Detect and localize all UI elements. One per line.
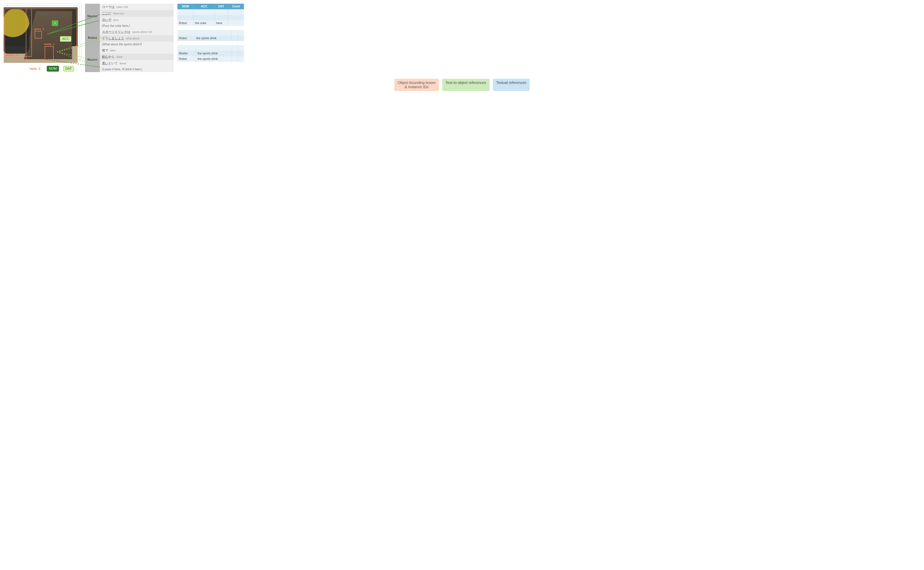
ref-cell-nom: Robot bbox=[177, 35, 194, 41]
image-stack: person_0 glass_3 bottle_1 = ACC bbox=[4, 4, 81, 65]
jp-text: 飲むから bbox=[102, 55, 115, 59]
dialogue-turn: Masterコーラはcoke-TOPここにhere-DAT注いでpour(Pou… bbox=[85, 4, 174, 29]
dialogue-turn: Robotスポーツドリンクはsports drink-TOPどうしましょうwha… bbox=[85, 29, 174, 47]
turn-lines: コーラはcoke-TOPここにhere-DAT注いでpour(Pour the … bbox=[100, 4, 174, 29]
ref-row: Robotthe cokehere bbox=[177, 20, 244, 26]
gloss-text: leave bbox=[119, 62, 126, 65]
dialogue-line: どうしましょうwhat about bbox=[100, 35, 174, 41]
jp-text: どうしましょう bbox=[102, 36, 124, 40]
ref-cell-coref bbox=[238, 45, 244, 51]
translation: (What about the sports drink?) bbox=[100, 41, 174, 47]
bbox-glass-label: glass_3 bbox=[34, 28, 44, 31]
dialogue-line: 注いでpour bbox=[100, 17, 174, 23]
scene-image: person_0 glass_3 bottle_1 = ACC bbox=[4, 8, 78, 63]
jp-text: 置いといて bbox=[102, 61, 118, 66]
tag-nom: NOM bbox=[47, 66, 59, 72]
caption-t2o: Text-to-object references bbox=[442, 79, 490, 91]
bbox-bottle-label: bottle_1 bbox=[44, 43, 55, 46]
tag-dat: DAT bbox=[63, 66, 74, 72]
ref-cell-coref bbox=[238, 56, 244, 62]
ref-cell-dat bbox=[231, 30, 238, 35]
speaker-label: Master bbox=[85, 47, 100, 72]
jp-text: スポーツドリンクは bbox=[102, 30, 130, 34]
speaker-label: Robot bbox=[85, 29, 100, 47]
gloss-text: coke-TOP bbox=[116, 5, 128, 9]
tag-acc: ACC bbox=[60, 36, 71, 42]
gloss-text: here-DAT bbox=[113, 12, 124, 15]
caption-bbox: Object bounding boxes & instance IDs bbox=[395, 79, 439, 91]
dialogue-line: コーラはcoke-TOP bbox=[100, 4, 174, 10]
ref-cell-dat bbox=[232, 45, 238, 51]
speaker-label: Master bbox=[85, 4, 100, 29]
jp-text: ここに bbox=[102, 11, 112, 15]
caption-row: Object bounding boxes & instance IDs Tex… bbox=[4, 79, 920, 91]
ref-row: Robotthe sports drink bbox=[177, 56, 244, 62]
turn-lines: 後でlater飲むからdrink置いといてleave(Leave it here… bbox=[100, 47, 174, 72]
tables-column: NOMACCDATCoref Robotthe cokehere Robotth… bbox=[177, 4, 244, 62]
ref-cell-dat bbox=[231, 35, 238, 41]
ref-cell-nom: Master bbox=[177, 51, 196, 56]
dialogue-line: ここにhere-DAT bbox=[100, 10, 174, 17]
ref-cell-coref bbox=[228, 9, 244, 15]
ref-row: Masterthe sports drink bbox=[177, 51, 244, 56]
dialogue-line: 飲むからdrink bbox=[100, 54, 174, 60]
translation: (Leave it here, I'll drink it later.) bbox=[100, 67, 174, 72]
caption-bbox-l2: & instance IDs bbox=[398, 85, 436, 89]
ref-table: Robotthe sports drink bbox=[177, 30, 244, 41]
ref-cell-dat bbox=[215, 9, 228, 15]
ref-cell-acc bbox=[196, 45, 232, 51]
ref-cell-acc: the sports drink bbox=[194, 35, 231, 41]
jp-text: 注いで bbox=[102, 18, 112, 22]
ref-cell-acc bbox=[193, 15, 214, 20]
ref-cell-acc bbox=[193, 9, 214, 15]
ref-cell-coref bbox=[228, 15, 244, 20]
dialogue-line: スポーツドリンクはsports drink-TOP bbox=[100, 29, 174, 35]
ref-row bbox=[177, 30, 244, 35]
ref-header-dat: DAT bbox=[215, 4, 228, 9]
ref-cell-coref bbox=[228, 20, 244, 26]
jp-text: コーラは bbox=[102, 5, 115, 9]
ref-table: NOMACCDATCoref Robotthe cokehere bbox=[177, 4, 244, 26]
ref-cell-coref bbox=[238, 30, 244, 35]
dialogue-turn: Master後でlater飲むからdrink置いといてleave(Leave i… bbox=[85, 47, 174, 72]
ref-cell-dat bbox=[215, 15, 228, 20]
gloss-text: what about bbox=[126, 37, 139, 40]
jp-text: 後で bbox=[102, 48, 108, 52]
dialogue-line: 置いといてleave bbox=[100, 60, 174, 67]
ref-header-nom: NOM bbox=[177, 4, 193, 9]
gloss-text: sports drink-TOP bbox=[132, 30, 152, 34]
ref-cell-dat bbox=[232, 51, 238, 56]
figure-root: person_0 glass_3 bottle_1 = ACC table_2 … bbox=[4, 4, 920, 72]
tag-eq: = bbox=[52, 20, 58, 26]
ref-cell-coref bbox=[238, 35, 244, 41]
ref-row: Robotthe sports drink bbox=[177, 35, 244, 41]
ref-cell-nom bbox=[177, 45, 196, 51]
ref-cell-nom bbox=[177, 9, 193, 15]
ref-row bbox=[177, 45, 244, 51]
ref-cell-acc: the sports drink bbox=[196, 51, 232, 56]
ref-cell-nom bbox=[177, 30, 194, 35]
dialogue-column: Masterコーラはcoke-TOPここにhere-DAT注いでpour(Pou… bbox=[85, 4, 174, 72]
caption-textref: Textual references bbox=[493, 79, 529, 91]
ref-cell-dat bbox=[232, 56, 238, 62]
bbox-person-label: person_0 bbox=[6, 54, 18, 57]
ref-cell-nom: Robot bbox=[177, 56, 196, 62]
gloss-text: later bbox=[110, 49, 115, 52]
bbox-glass: glass_3 bbox=[35, 31, 42, 38]
bbox-bottle: bottle_1 bbox=[45, 46, 54, 61]
ref-header-acc: ACC bbox=[193, 4, 214, 9]
ref-table: Masterthe sports drink Robotthe sports d… bbox=[177, 45, 244, 62]
caption-bbox-l1: Object bounding boxes bbox=[398, 81, 436, 85]
gloss-text: pour bbox=[113, 18, 119, 21]
turn-lines: スポーツドリンクはsports drink-TOPどうしましょうwhat abo… bbox=[100, 29, 174, 47]
ref-cell-acc: the sports drink bbox=[196, 56, 232, 62]
translation: (Pour the coke here.) bbox=[100, 23, 174, 29]
ref-cell-acc: the coke bbox=[193, 20, 214, 26]
image-column: person_0 glass_3 bottle_1 = ACC table_2 … bbox=[4, 4, 81, 72]
ref-cell-coref bbox=[238, 51, 244, 56]
ref-cell-dat: here bbox=[215, 20, 228, 26]
ref-cell-acc bbox=[194, 30, 231, 35]
dialogue-line: 後でlater bbox=[100, 47, 174, 54]
ref-cell-nom bbox=[177, 15, 193, 20]
ref-row bbox=[177, 9, 244, 15]
